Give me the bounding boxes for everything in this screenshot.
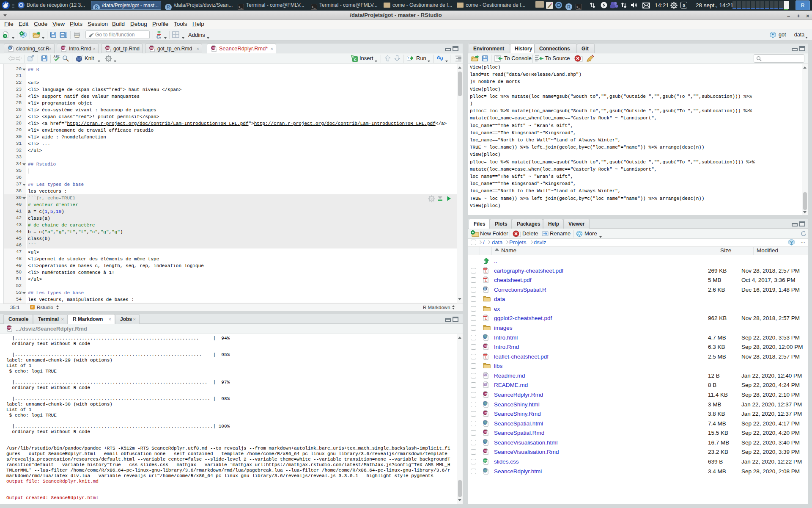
svg-text:Rmd: Rmd: [484, 345, 488, 347]
svg-text:R: R: [9, 46, 12, 50]
svg-text:Rmd: Rmd: [106, 47, 111, 49]
svg-text:Rmd: Rmd: [484, 431, 488, 433]
svg-text:Rmd: Rmd: [484, 411, 488, 414]
svg-text:css: css: [484, 460, 487, 462]
svg-text:ABC: ABC: [53, 55, 60, 58]
svg-text:MD: MD: [484, 374, 487, 376]
svg-text:MD: MD: [484, 384, 487, 386]
svg-text:Rmd: Rmd: [150, 47, 155, 49]
svg-text:Rmd: Rmd: [212, 47, 217, 49]
svg-text:Rmd: Rmd: [484, 392, 488, 395]
svg-text:Rmd: Rmd: [484, 450, 488, 452]
svg-text:R: R: [484, 287, 487, 291]
svg-text:Rmd: Rmd: [62, 47, 66, 49]
svg-text:Rmd: Rmd: [8, 326, 12, 329]
svg-text:c: c: [354, 58, 357, 62]
